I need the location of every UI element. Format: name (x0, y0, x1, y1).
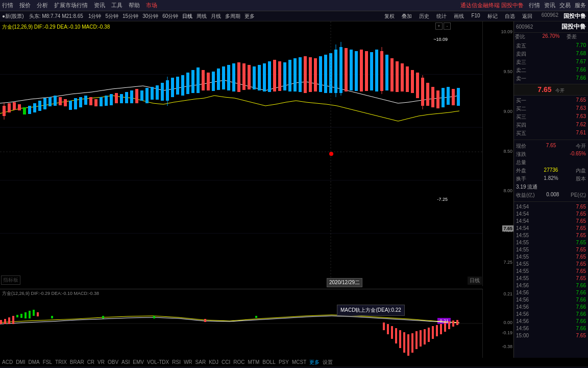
menu-帮助[interactable]: 帮助 (129, 2, 140, 9)
ind-more[interactable]: 更多 (309, 359, 320, 366)
tick-price: 7.65 (568, 218, 586, 224)
period-5min[interactable]: 5分钟 (105, 13, 118, 20)
ind-asi[interactable]: ASI (121, 359, 130, 365)
chart-area[interactable]: + - 方金(12,26,9) DIF:-0.29 DEA:-0.10 MACD… (0, 21, 514, 358)
svg-rect-80 (390, 58, 394, 91)
menu-扩展[interactable]: 扩展市场行情 (54, 2, 88, 9)
y-price-5: 8.00 (503, 188, 512, 193)
tick-time: 14:54 (516, 204, 534, 210)
svg-rect-39 (181, 75, 184, 96)
ind-acd[interactable]: ACD (2, 359, 13, 365)
ind-obv[interactable]: OBV (108, 359, 118, 365)
right-panel: 600962 国投中鲁 委比 26.70% 委差 卖五 7.70 卖四 7.68… (514, 21, 588, 358)
svg-rect-125 (411, 333, 413, 353)
svg-rect-66 (319, 56, 322, 92)
ind-kdj[interactable]: KDJ (209, 359, 218, 365)
btn-返回[interactable]: 返回 (520, 12, 534, 20)
svg-rect-79 (385, 55, 388, 90)
stock-name-header: 国投中鲁 (564, 12, 586, 20)
ind-mcst[interactable]: MCST (292, 359, 306, 365)
svg-rect-62 (299, 57, 302, 92)
btn-画线[interactable]: 画线 (452, 12, 466, 20)
btn-资讯[interactable]: 资讯 (544, 2, 555, 9)
btn-历史[interactable]: 历史 (417, 12, 431, 20)
btn-复权[interactable]: 复权 (382, 12, 397, 20)
svg-rect-26 (115, 93, 118, 103)
tick-row: 14:54 7.65 (514, 217, 588, 224)
ask-1: 卖一 7.66 (515, 75, 587, 83)
ask-orders: 卖五 7.70 卖四 7.68 卖三 7.67 卖二 7.66 卖一 7.66 (514, 41, 588, 84)
svg-rect-35 (161, 83, 164, 101)
ind-sar[interactable]: SAR (195, 359, 206, 365)
svg-rect-31 (140, 90, 143, 101)
menu-分析[interactable]: 分析 (37, 2, 48, 9)
ind-vr[interactable]: VR (97, 359, 105, 365)
svg-rect-23 (100, 97, 103, 106)
period-label: 日线 (468, 277, 482, 285)
tick-row: 14:56 7.66 (514, 317, 588, 325)
btn-标记[interactable]: 标记 (485, 12, 500, 20)
period-monthly[interactable]: 月线 (211, 13, 221, 20)
period-15min[interactable]: 15分钟 (122, 13, 138, 20)
ind-wr[interactable]: WR (184, 359, 192, 365)
period-60min[interactable]: 60分钟 (162, 13, 178, 20)
tick-time: 14:56 (516, 290, 534, 295)
menu-报价[interactable]: 报价 (19, 2, 31, 9)
ind-psy[interactable]: PSY (279, 359, 289, 365)
svg-rect-33 (151, 87, 154, 100)
ind-mtm[interactable]: MTM (248, 359, 260, 365)
ind-emv[interactable]: EMV (133, 359, 144, 365)
ask-5: 卖五 7.70 (515, 42, 587, 50)
bid-5: 买五 7.61 (515, 129, 587, 137)
menu-行情[interactable]: 行情 (2, 2, 13, 9)
indicator-tab-row[interactable]: 指标板 (1, 275, 20, 285)
btn-叠加[interactable]: 叠加 (400, 12, 414, 20)
bid-2: 买二 7.63 (515, 105, 587, 113)
ind-cci[interactable]: CCI (222, 359, 230, 365)
svg-rect-84 (411, 70, 414, 93)
svg-rect-123 (403, 332, 405, 353)
btn-行情[interactable]: 行情 (529, 2, 540, 9)
svg-rect-67 (324, 55, 327, 93)
svg-rect-130 (432, 326, 434, 339)
ind-trix[interactable]: TRIX (55, 359, 67, 365)
ind-boll[interactable]: BOLL (262, 359, 276, 365)
ind-fsl[interactable]: FSL (43, 359, 52, 365)
ind-roc[interactable]: ROC (233, 359, 244, 365)
menu-资讯[interactable]: 资讯 (94, 2, 105, 9)
tick-time: 14:55 (516, 268, 534, 274)
tick-time: 14:55 (516, 275, 534, 281)
svg-rect-135 (452, 320, 454, 327)
period-multi[interactable]: 多周期 (225, 13, 240, 20)
svg-rect-57 (273, 60, 276, 91)
period-daily[interactable]: 日线 (182, 13, 192, 20)
svg-rect-93 (457, 88, 460, 106)
ind-cr[interactable]: CR (87, 359, 94, 365)
btn-交易[interactable]: 交易 (559, 2, 571, 9)
indicator-row: ACD DMI DMA FSL TRIX BRAR CR VR OBV ASI … (0, 358, 588, 367)
period-more[interactable]: 更多 (244, 13, 255, 20)
ind-settings[interactable]: 设置 (323, 359, 333, 366)
macd-y-top: 0.21 (503, 291, 512, 296)
ind-voltdx[interactable]: VOL-TDX (147, 359, 169, 365)
period-weekly[interactable]: 周线 (197, 13, 207, 20)
ind-dmi[interactable]: DMI (16, 359, 25, 365)
ind-dma[interactable]: DMA (28, 359, 39, 365)
svg-rect-60 (288, 60, 291, 91)
divider-2 (514, 201, 588, 202)
svg-rect-58 (278, 61, 281, 91)
btn-统计[interactable]: 统计 (434, 12, 449, 20)
stock-info-label: ●新(股票) (2, 13, 24, 20)
btn-服务[interactable]: 服务 (575, 2, 586, 9)
menu-工具[interactable]: 工具 (111, 2, 122, 9)
period-30min[interactable]: 30分钟 (142, 13, 158, 20)
menu-市场[interactable]: 市场 (146, 2, 157, 9)
ind-rsi[interactable]: RSI (172, 359, 181, 365)
period-1min[interactable]: 1分钟 (88, 13, 102, 20)
ind-brar[interactable]: BRAR (70, 359, 84, 365)
btn-f10[interactable]: F10 (469, 12, 482, 20)
svg-rect-113 (51, 316, 53, 318)
btn-自选[interactable]: 自选 (503, 12, 517, 20)
current-price-row: 现价 7.65 今开 (516, 142, 586, 150)
tick-row: 14:54 7.65 (514, 203, 588, 210)
